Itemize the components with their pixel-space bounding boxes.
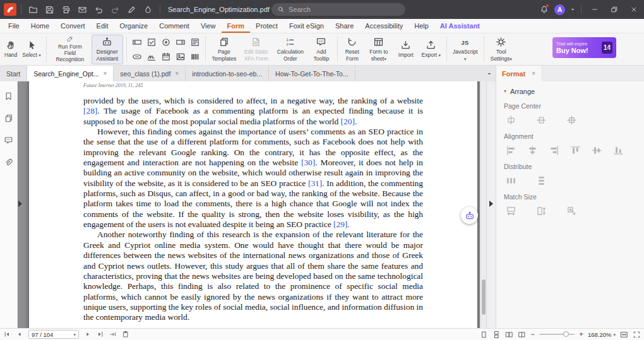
zoom-level-dropdown[interactable]: 168.20% ▾: [588, 331, 616, 338]
comments-panel-button[interactable]: [2, 133, 16, 147]
zoom-slider-handle[interactable]: [563, 331, 569, 337]
email-button[interactable]: [75, 3, 90, 16]
align-left-button[interactable]: [505, 144, 516, 156]
fit-width-button[interactable]: [620, 331, 628, 339]
open-file-button[interactable]: [26, 3, 40, 16]
designer-assistant-button[interactable]: Designer Assistant: [92, 35, 123, 64]
signature-field-tool-button[interactable]: [145, 50, 158, 64]
align-middle-v-button[interactable]: [591, 144, 602, 156]
account-button[interactable]: A: [552, 3, 567, 16]
text-field-tool-button[interactable]: [130, 35, 144, 49]
next-view-button[interactable]: [109, 331, 117, 338]
ribbon-tab-home[interactable]: Home: [25, 19, 55, 33]
scrollbar-thumb[interactable]: [482, 279, 486, 315]
barcode-field-tool-button[interactable]: [188, 50, 202, 64]
ribbon-tab-foxit-esign[interactable]: Foxit eSign: [283, 19, 330, 33]
add-tooltip-button[interactable]: Add Tooltip: [309, 35, 334, 64]
image-field-tool-button[interactable]: [174, 50, 188, 64]
format-panel-tab[interactable]: Format ×: [496, 66, 541, 81]
bookmarks-panel-button[interactable]: [2, 89, 16, 103]
search-input[interactable]: [289, 6, 390, 13]
vertical-scrollbar[interactable]: [480, 81, 486, 328]
citation-link[interactable]: [28]: [83, 106, 97, 115]
print-button[interactable]: [59, 3, 73, 16]
buy-now-banner[interactable]: Trial will expire Buy Now! 14: [552, 37, 616, 58]
reset-form-button[interactable]: Reset Form: [341, 35, 364, 64]
zoom-out-button[interactable]: −: [530, 331, 535, 338]
close-icon[interactable]: ×: [532, 70, 535, 77]
ribbon-tab-organize[interactable]: Organize: [114, 19, 154, 33]
fullscreen-button[interactable]: [633, 331, 641, 339]
save-button[interactable]: [42, 3, 57, 16]
ai-assistant-fab[interactable]: [461, 207, 478, 224]
next-page-button[interactable]: [84, 331, 92, 338]
center-v-button[interactable]: [535, 114, 547, 126]
form-to-sheet-button[interactable]: Form to sheet▾: [365, 35, 393, 64]
select-tool-button[interactable]: Select ▾: [20, 35, 43, 64]
panel-expand-arrow[interactable]: [489, 201, 493, 207]
redo-button[interactable]: [108, 3, 122, 16]
ribbon-tab-help[interactable]: Help: [408, 19, 434, 33]
tool-settings-button[interactable]: Tool Settings▾: [487, 35, 515, 64]
ribbon-tab-form[interactable]: Form: [222, 19, 251, 33]
javascript-button[interactable]: JavaScript ▾: [450, 35, 480, 64]
doc-tab-search-engine-opt[interactable]: Search_Engine_Opt...×: [27, 66, 114, 81]
pen-tool-button[interactable]: [124, 3, 139, 16]
ribbon-tab-view[interactable]: View: [195, 19, 222, 33]
sidebar-expand-arrow[interactable]: [18, 201, 22, 207]
restore-button[interactable]: [605, 0, 623, 19]
calculation-order-button[interactable]: Calculation Order: [273, 35, 307, 64]
distribute-v-button[interactable]: [535, 175, 547, 186]
ribbon-tab-share[interactable]: Share: [330, 19, 359, 33]
match-height-button[interactable]: [535, 205, 547, 216]
citation-link[interactable]: [20]: [341, 117, 355, 126]
close-button[interactable]: [624, 0, 643, 19]
minimize-button[interactable]: [585, 0, 604, 19]
align-bottom-button[interactable]: [612, 144, 624, 156]
pages-panel-button[interactable]: [2, 111, 16, 125]
last-page-button[interactable]: [97, 331, 104, 338]
ribbon-tab-file[interactable]: File: [3, 19, 25, 33]
facing-view-button[interactable]: [505, 331, 513, 339]
zoom-in-button[interactable]: +: [579, 331, 583, 338]
previous-page-button[interactable]: [16, 331, 23, 338]
import-button[interactable]: Import: [394, 35, 418, 64]
ribbon-tab-convert[interactable]: Convert: [55, 19, 91, 33]
tab-close-icon[interactable]: ×: [175, 70, 179, 77]
align-top-button[interactable]: [569, 144, 581, 156]
distribute-h-button[interactable]: [505, 175, 516, 186]
align-center-h-button[interactable]: [527, 144, 538, 156]
hand-tool-button[interactable]: Hand: [3, 35, 19, 64]
tab-list-button[interactable]: [355, 66, 496, 81]
zoom-slider[interactable]: [539, 334, 575, 335]
continuous-view-button[interactable]: [492, 331, 501, 339]
doc-tab-how-to-get-to-the-to[interactable]: How-To-Get-To-The-To...: [269, 66, 355, 81]
doc-tab-seo-class-1-pdf[interactable]: seo_class (1).pdf×: [114, 66, 186, 81]
align-right-button[interactable]: [548, 144, 559, 156]
push-button-tool-button[interactable]: [130, 50, 144, 64]
highlight-tool-button[interactable]: [141, 3, 155, 16]
ribbon-tab-protect[interactable]: Protect: [250, 19, 283, 33]
ribbon-tab-ai-assistant[interactable]: AI Assistant: [434, 19, 486, 33]
account-menu-button[interactable]: [568, 3, 577, 16]
doc-tab-introduction-to-seo-eb[interactable]: introduction-to-seo-eb...: [186, 66, 269, 81]
list-box-tool-button[interactable]: [188, 35, 202, 49]
book-view-button[interactable]: [518, 331, 526, 339]
radio-button-tool-button[interactable]: [159, 35, 173, 49]
ribbon-tab-accessibility[interactable]: Accessibility: [359, 19, 408, 33]
single-page-view-button[interactable]: [480, 331, 488, 339]
match-width-button[interactable]: [505, 205, 516, 216]
date-field-tool-button[interactable]: [159, 50, 173, 64]
ribbon-tab-edit[interactable]: Edit: [91, 19, 114, 33]
page-templates-button[interactable]: Page Templates: [209, 35, 239, 64]
tab-close-icon[interactable]: ×: [104, 70, 107, 77]
first-page-button[interactable]: [3, 331, 11, 338]
export-button[interactable]: Export ▾: [419, 35, 443, 64]
citation-link[interactable]: [31]: [308, 179, 322, 188]
match-both-button[interactable]: [566, 205, 577, 216]
citation-link[interactable]: [30]: [301, 158, 315, 167]
page-number-input[interactable]: 97 / 104 ▾: [28, 330, 79, 339]
attachments-panel-button[interactable]: [2, 155, 16, 169]
notifications-button[interactable]: [537, 3, 551, 16]
check-box-tool-button[interactable]: [145, 35, 158, 49]
